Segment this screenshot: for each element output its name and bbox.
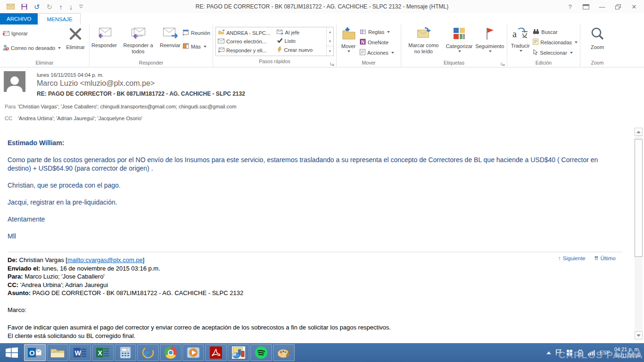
tab-mensaje[interactable]: MENSAJE	[39, 13, 80, 25]
taskbar-spotify-button[interactable]	[250, 344, 272, 361]
body-paragraph-2: Christian, que se proceda con el pago.	[8, 181, 622, 189]
taskbar-word-button[interactable]: W	[69, 344, 91, 361]
pasos-rapidos-dialog-launcher-icon[interactable]	[330, 60, 335, 66]
tab-archivo[interactable]: ARCHIVO	[0, 13, 38, 25]
taskbar-calculator-button[interactable]: 0	[115, 344, 136, 361]
start-button[interactable]	[0, 343, 24, 362]
taskbar-adobe-reader-button[interactable]	[205, 344, 227, 361]
quoted-paragraph-3: El cliente está solicitando su BL correg…	[8, 332, 622, 340]
reply-icon	[96, 27, 112, 41]
dropdown-caret	[458, 50, 461, 52]
message-sender[interactable]: Marco Luzio <mluzio@plx.com.pe>	[37, 79, 639, 88]
taskbar-chrome-button[interactable]	[160, 344, 182, 361]
redo-icon[interactable]: ↻	[47, 3, 53, 10]
buscar-button[interactable]: Buscar	[533, 29, 578, 35]
quickstep-correo-electronico[interactable]: Correo electrón...	[218, 39, 273, 44]
ribbon-group-responder: Responder Responder a todos Reenviar Reu…	[90, 25, 213, 67]
quickstep-crear-nuevo[interactable]: Crear nuevo	[277, 47, 324, 53]
quickstep-andrea-slpc[interactable]: ANDREA - SLPC...	[218, 30, 273, 36]
group-label-edicion: Edición	[509, 59, 578, 67]
dropdown-caret	[387, 31, 390, 33]
send-receive-icon[interactable]	[7, 4, 15, 9]
show-hidden-icons-button[interactable]	[546, 351, 551, 354]
language-indicator[interactable]: ESP	[600, 350, 610, 355]
clock[interactable]: 04:21 p. m. 16/11/2015	[614, 346, 640, 359]
customize-qat-icon[interactable]	[79, 5, 83, 8]
para-recipients[interactable]: 'Christian Vargas'; 'Jose Caballero'; ch…	[18, 104, 236, 109]
undo-icon[interactable]: ↺	[34, 3, 40, 10]
zoom-magnifier-icon	[590, 27, 604, 43]
quick-steps-gallery: ANDREA - SLPC... Correo electrón... Resp…	[215, 27, 334, 56]
minimize-button[interactable]: —	[595, 1, 609, 12]
traducir-button[interactable]: a Traducir	[509, 25, 532, 58]
reglas-button[interactable]: Reglas	[360, 29, 394, 35]
network-signal-icon[interactable]	[588, 350, 595, 355]
responder-a-todos-button[interactable]: Responder a todos	[117, 25, 159, 58]
responder-button[interactable]: Responder	[91, 25, 117, 58]
reenviar-button[interactable]: Reenviar	[159, 25, 182, 58]
cc-label: CC	[5, 115, 18, 121]
taskbar-charts-app-button[interactable]	[228, 344, 249, 361]
quick-steps-scroll[interactable]: ▲ ▼ ▼	[326, 27, 333, 56]
quicksteps-scroll-up-icon[interactable]: ▲	[327, 27, 333, 37]
vertical-scrollbar[interactable]	[635, 128, 643, 339]
categorizar-button[interactable]: Categorizar	[445, 25, 474, 58]
relacionadas-button[interactable]: Relacionadas	[533, 39, 578, 46]
ribbon-tab-row: ARCHIVO MENSAJE	[0, 13, 644, 25]
double-up-arrow-icon: ⇈	[594, 255, 599, 262]
mas-button[interactable]: Más	[182, 43, 210, 50]
taskbar-paint-button[interactable]	[273, 344, 295, 361]
mover-button[interactable]: Mover	[338, 25, 359, 58]
scroll-up-arrow[interactable]	[635, 128, 643, 136]
scroll-down-arrow[interactable]	[635, 331, 643, 339]
taskbar-outlook-button[interactable]: O	[24, 344, 46, 361]
title-bar: ↺ ↻ ↑ ↓ RE: PAGO DE CORRECTOR - BK 087LI…	[0, 0, 644, 13]
quoted-para-line: Para: Marco Luzio; 'Jose Caballero'	[8, 272, 622, 281]
acciones-button[interactable]: Acciones	[360, 49, 394, 56]
actions-icon	[360, 49, 365, 56]
restore-button[interactable]	[611, 1, 625, 12]
help-button[interactable]: ?	[563, 1, 577, 12]
cc-recipients[interactable]: 'Andrea Urbina'; 'Adrian Jauregui'; 'Jac…	[18, 115, 142, 121]
folder-move-icon	[218, 30, 224, 36]
svg-text:W: W	[75, 349, 82, 357]
move-down-icon[interactable]: ↓	[69, 3, 73, 10]
categorize-icon	[452, 27, 466, 42]
siguiente-link[interactable]: ↑Siguiente	[558, 255, 586, 262]
quickstep-listo[interactable]: Listo	[277, 38, 324, 44]
taskbar-explorer-button[interactable]	[47, 344, 68, 361]
power-plug-icon[interactable]	[577, 349, 584, 356]
window-title: RE: PAGO DE CORRECTOR - BK 087LIM181722 …	[0, 3, 644, 10]
close-button[interactable]: ✕	[627, 1, 641, 12]
marcar-no-leido-button[interactable]: Marcar como no leído	[403, 25, 445, 58]
ultimo-link[interactable]: ⇈Último	[594, 255, 616, 262]
correo-no-deseado-button[interactable]: Correo no deseado	[2, 44, 62, 51]
zoom-button[interactable]: Zoom	[587, 25, 608, 58]
scrollbar-thumb[interactable]	[635, 139, 643, 257]
seleccionar-button[interactable]: Seleccionar	[533, 49, 578, 56]
taskbar-excel-button[interactable]: X	[92, 344, 114, 361]
quoted-enviado-line: Enviado el: lunes, 16 de noviembre de 20…	[8, 264, 622, 273]
reunion-button[interactable]: Reunión	[182, 29, 210, 36]
dropdown-caret	[58, 47, 61, 49]
body-greeting: Estimado William:	[8, 139, 622, 147]
ignorar-button[interactable]: Ignorar	[2, 30, 62, 37]
ribbon-display-options-button[interactable]	[579, 1, 593, 12]
quicksteps-scroll-down-icon[interactable]: ▼	[327, 37, 333, 46]
action-center-flag-icon[interactable]	[555, 349, 562, 356]
eliminar-button[interactable]: Eliminar	[63, 25, 88, 58]
etiquetas-dialog-launcher-icon[interactable]	[500, 60, 506, 66]
windows-defender-icon[interactable]	[566, 349, 573, 356]
mailto-link[interactable]: mailto:cvargas@plx.com.pe	[67, 256, 143, 263]
quicksteps-more-icon[interactable]: ▼	[327, 46, 333, 56]
taskbar-internet-explorer-button[interactable]: e	[137, 344, 159, 361]
onenote-button[interactable]: N OneNote	[360, 39, 394, 46]
taskbar-media-player-button[interactable]	[182, 344, 204, 361]
move-up-icon[interactable]: ↑	[59, 3, 63, 10]
seguimiento-button[interactable]: Seguimiento	[474, 25, 505, 58]
save-icon[interactable]	[21, 4, 27, 10]
reading-nav: ↑Siguiente ⇈Último	[558, 255, 616, 262]
quickstep-al-jefe[interactable]: Al jefe	[277, 30, 324, 35]
quickstep-responder-y-eliminar[interactable]: Responder y eli...	[218, 48, 273, 53]
sender-avatar	[4, 71, 25, 92]
